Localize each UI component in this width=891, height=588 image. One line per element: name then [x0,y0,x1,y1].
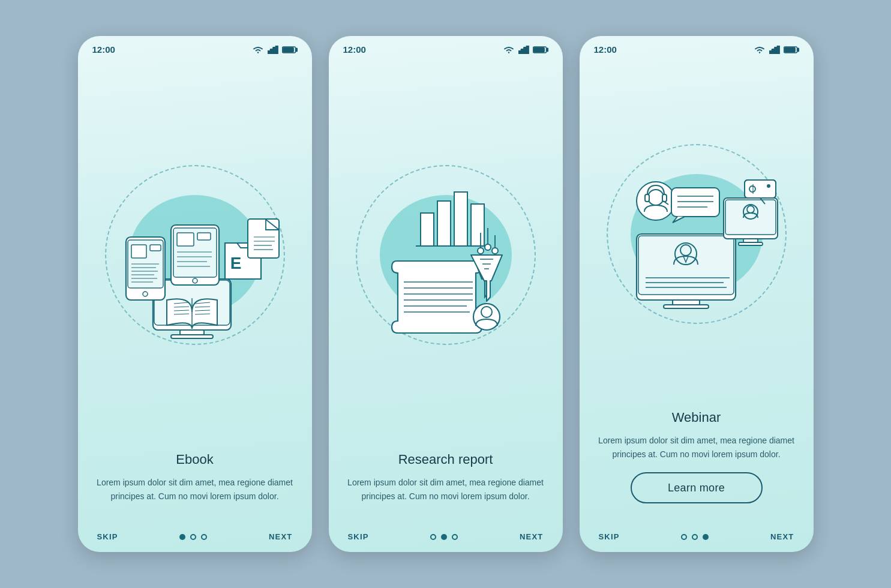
phone-card-research: 12:00 [329,36,563,552]
skip-3[interactable]: SKIP [599,532,620,541]
status-bar-2: 12:00 [329,36,563,58]
ebook-title: Ebook [96,452,294,467]
svg-rect-102 [671,188,719,217]
screens-container: 12:00 [78,36,814,552]
svg-rect-81 [785,47,795,52]
dot-1-2 [190,534,196,540]
svg-rect-99 [645,194,649,202]
battery-icon-1 [282,46,298,54]
next-3[interactable]: NEXT [770,532,794,541]
time-3: 12:00 [594,44,617,55]
next-1[interactable]: NEXT [269,532,292,541]
svg-rect-76 [772,49,774,54]
wifi-icon-2 [503,46,515,54]
webinar-text: Lorem ipsum dolor sit dim amet, mea regi… [598,434,796,461]
svg-rect-77 [775,47,777,54]
svg-rect-46 [518,51,521,54]
svg-point-71 [492,248,498,254]
svg-rect-41 [248,219,279,258]
dot-2-2 [441,534,447,540]
nav-bar-3: SKIP NEXT [580,526,814,552]
svg-rect-85 [664,305,709,308]
dot-3-2 [692,534,698,540]
status-bar-3: 12:00 [580,36,814,58]
svg-point-67 [478,248,484,254]
status-icons-1 [252,46,298,54]
svg-rect-2 [273,47,275,54]
svg-rect-47 [521,49,523,54]
svg-rect-48 [524,47,526,54]
svg-rect-56 [471,204,484,246]
svg-rect-3 [275,46,278,54]
svg-rect-34 [177,233,194,246]
ebook-icon-svg: E [105,168,285,342]
status-icons-3 [754,46,799,54]
ebook-illustration: E [78,58,312,452]
ebook-content: Ebook Lorem ipsum dolor sit dim amet, me… [78,452,312,526]
dot-3-1 [681,534,687,540]
dot-2-1 [430,534,436,540]
research-icon-svg [356,168,536,342]
webinar-illustration [580,58,814,410]
svg-rect-9 [180,330,204,335]
svg-rect-24 [150,245,161,251]
svg-rect-35 [197,233,211,240]
signal-icon-3 [769,46,780,54]
svg-point-97 [637,182,675,220]
time-1: 12:00 [92,44,115,55]
svg-rect-78 [777,46,779,54]
ebook-text: Lorem ipsum dolor sit dim amet, mea regi… [96,476,294,503]
svg-rect-94 [739,242,763,245]
webinar-icon-svg [607,147,787,321]
svg-rect-80 [797,48,799,51]
research-illustration [329,58,563,452]
webinar-title: Webinar [598,410,796,425]
svg-rect-55 [454,192,467,246]
svg-rect-75 [769,51,772,54]
svg-rect-49 [526,46,529,54]
dots-2 [430,534,458,540]
skip-2[interactable]: SKIP [348,532,369,541]
phone-card-ebook: 12:00 [78,36,312,552]
dot-1-1 [179,534,185,540]
status-icons-2 [503,46,548,54]
svg-point-69 [485,244,491,250]
svg-rect-5 [296,48,298,51]
battery-icon-2 [533,46,548,54]
signal-icon-2 [518,46,529,54]
svg-rect-52 [534,47,544,52]
dots-1 [179,534,207,540]
nav-bar-1: SKIP NEXT [78,526,312,552]
nav-bar-2: SKIP NEXT [329,526,563,552]
phone-card-webinar: 12:00 [580,36,814,552]
svg-rect-0 [268,51,270,54]
research-text: Lorem ipsum dolor sit dim amet, mea regi… [347,476,545,503]
webinar-content: Webinar Lorem ipsum dolor sit dim amet, … [580,410,814,526]
time-2: 12:00 [343,44,366,55]
svg-rect-53 [421,213,434,246]
next-2[interactable]: NEXT [520,532,543,541]
research-content: Research report Lorem ipsum dolor sit di… [329,452,563,526]
svg-rect-23 [131,245,146,258]
dot-3-3 [703,534,709,540]
status-bar-1: 12:00 [78,36,312,58]
svg-rect-100 [662,194,667,202]
svg-rect-6 [283,47,293,52]
wifi-icon-1 [252,46,264,54]
svg-rect-10 [171,335,213,338]
svg-rect-54 [437,201,451,246]
wifi-icon-3 [754,46,766,54]
learn-more-button[interactable]: Learn more [631,472,763,503]
signal-icon-1 [268,46,278,54]
dot-1-3 [201,534,207,540]
svg-point-110 [767,184,770,188]
svg-rect-84 [673,300,700,305]
skip-1[interactable]: SKIP [97,532,118,541]
svg-rect-51 [547,48,548,51]
svg-text:E: E [230,254,241,272]
battery-icon-3 [784,46,799,54]
research-title: Research report [347,452,545,467]
svg-rect-1 [270,49,272,54]
dot-2-3 [452,534,458,540]
dots-3 [681,534,709,540]
